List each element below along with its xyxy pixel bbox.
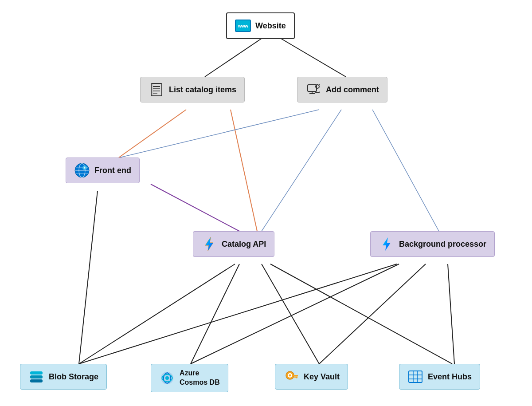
frontend-icon: ✦ (74, 162, 90, 178)
svg-rect-23 (308, 85, 317, 91)
list-catalog-label: List catalog items (169, 85, 236, 95)
catalog-api-icon (201, 236, 217, 252)
svg-rect-50 (294, 377, 296, 378)
cosmos-db-label: AzureCosmos DB (180, 369, 220, 387)
svg-rect-40 (30, 371, 43, 374)
svg-rect-41 (30, 375, 43, 378)
svg-line-13 (191, 264, 399, 364)
frontend-node: ✦ Front end (66, 158, 140, 183)
cosmos-db-icon (159, 370, 175, 386)
svg-point-47 (289, 374, 291, 377)
list-catalog-node: List catalog items (140, 77, 245, 102)
bg-processor-icon (379, 236, 395, 252)
website-icon: www (235, 18, 251, 34)
key-vault-label: Key Vault (304, 372, 340, 382)
svg-line-15 (448, 264, 454, 364)
catalog-api-node: Catalog API (193, 231, 274, 257)
diagram-container: www Website List catalog items (0, 0, 532, 406)
event-hubs-label: Event Hubs (428, 372, 472, 382)
frontend-label: Front end (94, 166, 131, 175)
svg-line-16 (79, 264, 397, 364)
event-hubs-node: Event Hubs (399, 364, 480, 390)
svg-text:✦: ✦ (83, 166, 86, 169)
key-vault-node: Key Vault (275, 364, 348, 390)
svg-line-3 (231, 110, 257, 231)
bg-processor-label: Background processor (399, 240, 486, 249)
svg-line-14 (319, 264, 426, 364)
blob-storage-node: Blob Storage (20, 364, 107, 390)
bg-processor-node: Background processor (370, 231, 495, 257)
connections-svg (0, 0, 532, 406)
svg-rect-49 (296, 377, 297, 378)
svg-marker-38 (205, 237, 213, 251)
svg-line-4 (120, 110, 319, 158)
svg-rect-51 (409, 371, 422, 382)
add-comment-node: Add comment (297, 77, 387, 102)
blob-storage-label: Blob Storage (49, 372, 98, 382)
add-comment-label: Add comment (326, 85, 379, 95)
svg-rect-22 (151, 83, 153, 96)
svg-rect-42 (30, 379, 43, 382)
svg-line-8 (79, 191, 98, 364)
svg-line-28 (319, 84, 320, 85)
event-hubs-icon (407, 369, 423, 385)
key-vault-icon (283, 369, 299, 385)
cosmos-db-node: AzureCosmos DB (151, 364, 228, 392)
svg-line-5 (262, 110, 341, 231)
svg-rect-48 (293, 375, 298, 377)
add-comment-icon (305, 82, 321, 98)
svg-line-10 (191, 264, 239, 364)
svg-line-1 (276, 35, 346, 77)
svg-marker-39 (383, 237, 391, 251)
blob-storage-icon (28, 369, 44, 385)
list-catalog-icon (149, 82, 164, 98)
svg-line-7 (151, 184, 239, 231)
svg-line-12 (270, 264, 452, 364)
svg-line-9 (79, 264, 235, 364)
svg-line-11 (262, 264, 319, 364)
website-label: Website (255, 21, 286, 31)
svg-line-0 (205, 35, 266, 77)
website-node: www Website (226, 12, 295, 39)
svg-point-44 (165, 376, 169, 380)
catalog-api-label: Catalog API (222, 240, 266, 249)
svg-line-2 (119, 110, 186, 158)
svg-line-6 (372, 110, 439, 231)
